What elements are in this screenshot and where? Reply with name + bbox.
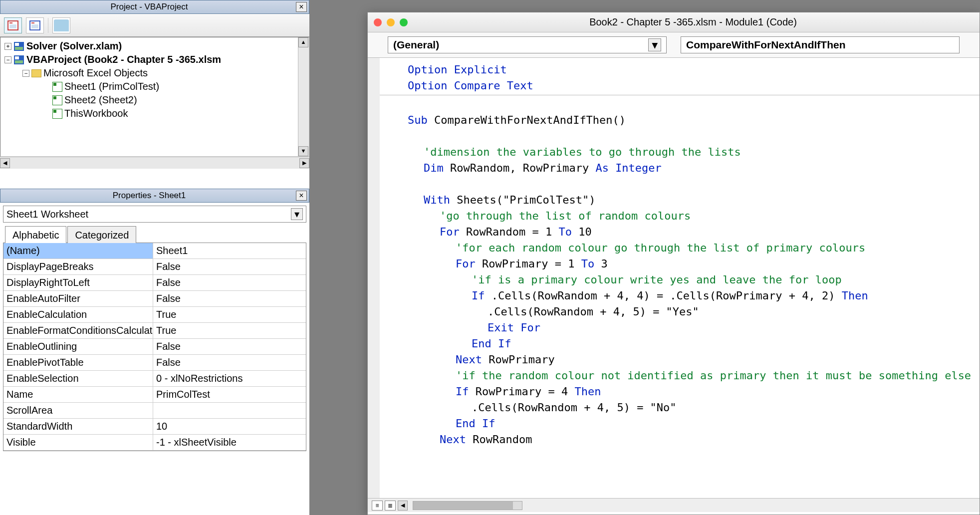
vba-project-icon xyxy=(13,55,24,65)
properties-grid[interactable]: (Name)Sheet1 DisplayPageBreaksFalse Disp… xyxy=(3,243,306,451)
code-text: Sheets("PrimColTest") xyxy=(457,194,595,206)
scroll-down-icon[interactable]: ▼ xyxy=(298,146,308,156)
code-text: RowRandom, RowPrimary xyxy=(450,162,595,174)
folder-icon xyxy=(54,19,69,31)
object-combo[interactable]: (General) ▾ xyxy=(388,36,667,53)
properties-tabs: Alphabetic Categorized xyxy=(0,226,309,243)
property-row[interactable]: DisplayPageBreaksFalse xyxy=(3,259,306,275)
code-comment: 'dimension the variables to go through t… xyxy=(424,146,741,158)
tree-node-sheet1[interactable]: Sheet1 (PrimColTest) xyxy=(0,80,309,93)
full-module-view-button[interactable]: ≣ xyxy=(385,501,396,511)
property-row[interactable]: EnableOutliningFalse xyxy=(3,339,306,355)
project-titlebar[interactable]: Project - VBAProject × xyxy=(0,0,309,14)
combo-value: (General) xyxy=(393,39,439,51)
window-zoom-icon[interactable] xyxy=(400,18,408,26)
property-value[interactable]: False xyxy=(153,291,306,306)
code-text: As Integer xyxy=(595,162,661,174)
code-text: End If xyxy=(472,337,511,350)
property-row[interactable]: StandardWidth10 xyxy=(3,419,306,435)
property-row[interactable]: EnableAutoFilterFalse xyxy=(3,291,306,307)
procedure-combo[interactable]: CompareWithForNextAndIfThen xyxy=(681,36,960,53)
property-value[interactable] xyxy=(153,403,306,418)
tree-node-vbaproject[interactable]: − VBAProject (Book2 - Chapter 5 -365.xls… xyxy=(0,53,309,66)
code-text: Next xyxy=(456,353,489,366)
code-text: Sub xyxy=(408,114,434,126)
property-value[interactable]: False xyxy=(153,355,306,370)
horizontal-scrollbar[interactable]: ◀ ▶ xyxy=(0,157,309,169)
property-row[interactable]: EnableCalculationTrue xyxy=(3,307,306,323)
property-name: DisplayRightToLeft xyxy=(3,275,153,290)
collapse-icon[interactable]: − xyxy=(22,70,29,77)
tree-node-sheet2[interactable]: Sheet2 (Sheet2) xyxy=(0,93,309,107)
object-selector-combo[interactable]: Sheet1 Worksheet ▾ xyxy=(3,206,306,223)
tab-alphabetic[interactable]: Alphabetic xyxy=(5,226,66,243)
property-row[interactable]: (Name)Sheet1 xyxy=(3,243,306,259)
property-row[interactable]: Visible-1 - xlSheetVisible xyxy=(3,435,306,451)
property-row[interactable]: ScrollArea xyxy=(3,403,306,419)
property-name: EnableCalculation xyxy=(3,307,153,322)
expand-icon[interactable]: + xyxy=(4,43,11,50)
tab-categorized[interactable]: Categorized xyxy=(67,226,136,243)
properties-title: Properties - Sheet1 xyxy=(2,191,296,201)
property-row[interactable]: DisplayRightToLeftFalse xyxy=(3,275,306,291)
scroll-right-icon[interactable]: ▶ xyxy=(299,158,309,168)
scroll-up-icon[interactable]: ▲ xyxy=(298,37,308,47)
project-explorer-pane: Project - VBAProject × + Solver (Solver.… xyxy=(0,0,310,515)
property-value[interactable]: False xyxy=(153,259,306,274)
vertical-scrollbar[interactable]: ▲ ▼ xyxy=(298,37,309,156)
tree-label: ThisWorkbook xyxy=(64,108,128,119)
property-value[interactable]: Sheet1 xyxy=(153,243,306,258)
scroll-left-icon[interactable]: ◀ xyxy=(398,501,408,511)
procedure-view-button[interactable]: ≡ xyxy=(372,501,383,511)
code-comment: 'if is a primary colour write yes and le… xyxy=(472,273,842,286)
chevron-down-icon[interactable]: ▾ xyxy=(648,38,661,51)
code-text: RowRandom xyxy=(473,433,532,446)
properties-titlebar[interactable]: Properties - Sheet1 × xyxy=(0,189,309,203)
property-row[interactable]: EnablePivotTableFalse xyxy=(3,355,306,371)
code-text: Then xyxy=(574,385,601,398)
window-close-icon[interactable] xyxy=(374,18,382,26)
view-code-button[interactable] xyxy=(4,17,22,33)
window-minimize-icon[interactable] xyxy=(387,18,395,26)
view-object-button[interactable] xyxy=(26,17,44,33)
property-value[interactable]: False xyxy=(153,339,306,354)
code-text: .Cells(RowRandom + 4, 5) = "Yes" xyxy=(488,305,699,318)
property-name: (Name) xyxy=(3,243,153,258)
code-text: RowPrimary xyxy=(489,353,554,366)
property-row[interactable]: EnableSelection0 - xlNoRestrictions xyxy=(3,371,306,387)
property-value[interactable]: PrimColTest xyxy=(153,387,306,402)
separator xyxy=(48,18,48,33)
svg-rect-2 xyxy=(15,47,23,50)
code-text: End If xyxy=(456,417,495,430)
tree-node-solver[interactable]: + Solver (Solver.xlam) xyxy=(0,39,309,53)
project-tree[interactable]: + Solver (Solver.xlam) − VBAProject (Boo… xyxy=(0,37,309,157)
code-combo-row: (General) ▾ CompareWithForNextAndIfThen xyxy=(368,32,980,58)
scroll-left-icon[interactable]: ◀ xyxy=(0,158,10,168)
code-text: .Cells(RowRandom + 4, 4) = .Cells(RowPri… xyxy=(491,289,842,302)
property-value[interactable]: True xyxy=(153,307,306,322)
close-icon[interactable]: × xyxy=(296,2,307,12)
property-value[interactable]: -1 - xlSheetVisible xyxy=(153,435,306,450)
property-value[interactable]: False xyxy=(153,275,306,290)
code-window: Book2 - Chapter 5 -365.xlsm - Module1 (C… xyxy=(367,12,980,515)
property-row[interactable]: EnableFormatConditionsCalculationTrue xyxy=(3,323,306,339)
close-icon[interactable]: × xyxy=(296,191,307,201)
property-value[interactable]: True xyxy=(153,323,306,338)
tree-label: VBAProject (Book2 - Chapter 5 -365.xlsm xyxy=(26,54,221,65)
window-titlebar[interactable]: Book2 - Chapter 5 -365.xlsm - Module1 (C… xyxy=(368,12,980,32)
code-text: CompareWithForNextAndIfThen() xyxy=(434,114,626,126)
property-value[interactable]: 0 - xlNoRestrictions xyxy=(153,371,306,386)
tree-node-thisworkbook[interactable]: ThisWorkbook xyxy=(0,107,309,120)
tree-node-objects[interactable]: − Microsoft Excel Objects xyxy=(0,66,309,80)
code-text: Option Explicit xyxy=(408,63,507,76)
collapse-icon[interactable]: − xyxy=(4,56,11,63)
chevron-down-icon[interactable]: ▾ xyxy=(291,208,303,220)
code-text: RowPrimary = 1 xyxy=(482,258,581,270)
property-value[interactable]: 10 xyxy=(153,419,306,434)
horizontal-scrollbar[interactable] xyxy=(413,501,522,510)
toggle-folders-button[interactable] xyxy=(52,17,70,33)
form-icon xyxy=(7,20,18,30)
code-editor[interactable]: Option Explicit Option Compare Text Sub … xyxy=(368,58,980,498)
property-row[interactable]: NamePrimColTest xyxy=(3,387,306,403)
scrollbar-thumb[interactable] xyxy=(413,502,513,510)
